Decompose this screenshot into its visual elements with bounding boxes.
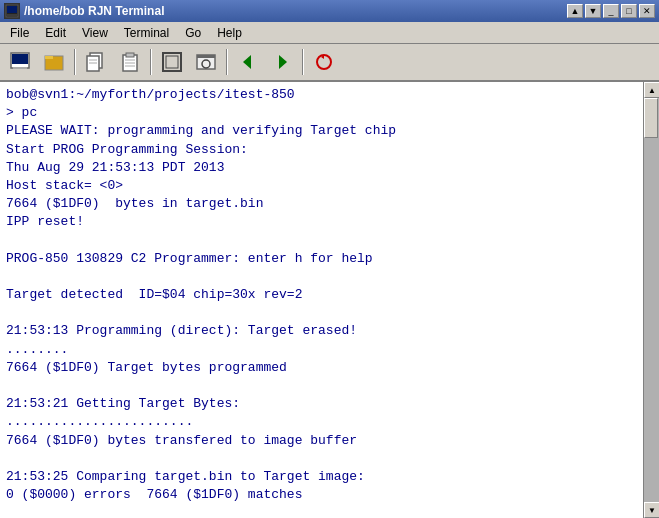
reload-button[interactable]	[308, 47, 340, 77]
scroll-up-button[interactable]: ▲	[567, 4, 583, 18]
menu-edit[interactable]: Edit	[37, 24, 74, 42]
fullscreen-button[interactable]	[156, 47, 188, 77]
svg-marker-23	[279, 55, 287, 69]
menu-file[interactable]: File	[2, 24, 37, 42]
vertical-scrollbar[interactable]: ▲ ▼	[643, 82, 659, 518]
back-button[interactable]	[232, 47, 264, 77]
terminal-container: bob@svn1:~/myforth/projects/itest-850 > …	[0, 82, 659, 518]
screenshot-button[interactable]	[190, 47, 222, 77]
scrollbar-track[interactable]	[644, 98, 659, 502]
scroll-down-btn[interactable]: ▼	[644, 502, 659, 518]
toolbar-separator-1	[74, 49, 76, 75]
menu-terminal[interactable]: Terminal	[116, 24, 177, 42]
menubar: File Edit View Terminal Go Help	[0, 22, 659, 44]
titlebar-left: /home/bob RJN Terminal	[4, 3, 164, 19]
titlebar-buttons: ▲ ▼ _ □ ✕	[567, 4, 655, 18]
terminal-output[interactable]: bob@svn1:~/myforth/projects/itest-850 > …	[0, 82, 643, 518]
svg-rect-20	[197, 55, 215, 58]
scroll-up-btn[interactable]: ▲	[644, 82, 659, 98]
scroll-down-button[interactable]: ▼	[585, 4, 601, 18]
menu-view[interactable]: View	[74, 24, 116, 42]
svg-rect-5	[13, 67, 27, 69]
maximize-button[interactable]: □	[621, 4, 637, 18]
titlebar: /home/bob RJN Terminal ▲ ▼ _ □ ✕	[0, 0, 659, 22]
svg-rect-13	[126, 53, 134, 57]
svg-marker-22	[243, 55, 251, 69]
scrollbar-thumb[interactable]	[644, 98, 658, 138]
close-button[interactable]: ✕	[639, 4, 655, 18]
toolbar-separator-4	[302, 49, 304, 75]
svg-rect-7	[45, 56, 53, 59]
open-button[interactable]	[38, 47, 70, 77]
toolbar-separator-2	[150, 49, 152, 75]
svg-rect-4	[12, 54, 28, 64]
forward-button[interactable]	[266, 47, 298, 77]
toolbar	[0, 44, 659, 82]
paste-button[interactable]	[114, 47, 146, 77]
new-terminal-button[interactable]	[4, 47, 36, 77]
svg-rect-1	[7, 6, 17, 13]
menu-help[interactable]: Help	[209, 24, 250, 42]
window-title: /home/bob RJN Terminal	[24, 4, 164, 18]
copy-button[interactable]	[80, 47, 112, 77]
menu-go[interactable]: Go	[177, 24, 209, 42]
app-icon	[4, 3, 20, 19]
svg-rect-18	[166, 56, 178, 68]
toolbar-separator-3	[226, 49, 228, 75]
minimize-button[interactable]: _	[603, 4, 619, 18]
